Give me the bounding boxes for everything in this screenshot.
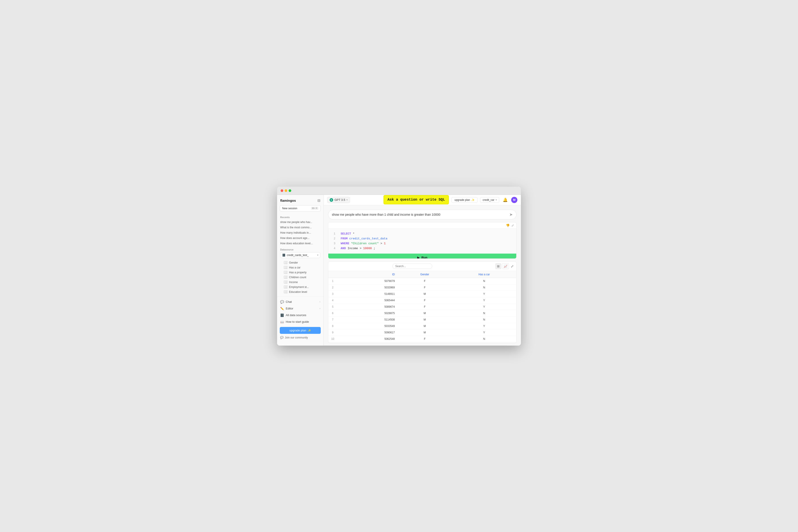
col-header-rownum[interactable]	[328, 271, 337, 278]
run-icon: ▶	[417, 256, 420, 259]
sidebar: flamingos ⊟ New session ⌘+ K Recents sho…	[277, 195, 324, 346]
col-header-has-car[interactable]: Has a car	[452, 271, 516, 278]
column-type-icon: ||	[284, 285, 288, 288]
datasource-name: credit_cards_test_	[287, 253, 308, 257]
cell-rownum: 3	[328, 291, 337, 297]
cell-gender: M	[397, 291, 452, 297]
column-type-icon: ||	[284, 281, 288, 284]
expand-sql-icon[interactable]: ⤢	[511, 224, 514, 227]
column-name: Children count	[289, 276, 306, 279]
sidebar-nav-editor[interactable]: ✏️ Editor ›	[277, 305, 323, 312]
table-row: 8 5033549 M Y	[328, 323, 516, 329]
column-item-income[interactable]: || Income	[282, 280, 323, 285]
expand-results-button[interactable]: ⤢	[511, 264, 514, 268]
cell-has-car: N	[452, 310, 516, 317]
cell-id: 5065444	[337, 297, 397, 304]
browser-window: Ask a question or write SQL flamingos ⊟ …	[277, 187, 521, 346]
col-header-id[interactable]: ID	[337, 271, 397, 278]
chart-view-btn[interactable]: 📈	[502, 263, 509, 269]
column-name: Education level	[289, 290, 307, 293]
recent-item[interactable]: How many individuals in...	[277, 230, 323, 235]
guide-icon: 📖	[280, 320, 284, 324]
callout-tooltip: Ask a question or write SQL	[383, 195, 449, 204]
column-item-education-level[interactable]: || Education level	[282, 289, 323, 294]
table-row: 7 5114508 M N	[328, 317, 516, 323]
recent-item[interactable]: How does education level...	[277, 241, 323, 246]
results-thead: ID Gender Has a car	[328, 271, 516, 278]
gpt-selector[interactable]: G GPT 3.5 ▾	[327, 197, 350, 203]
sidebar-nav-datasources[interactable]: 🗄️ All data sources	[277, 312, 323, 319]
sidebar-toggle-btn[interactable]: ⊟	[318, 198, 320, 203]
cell-gender: F	[397, 304, 452, 310]
cell-rownum: 6	[328, 310, 337, 317]
send-button[interactable]: ➤	[509, 212, 513, 217]
new-session-button[interactable]: New session ⌘+ K	[280, 205, 321, 211]
cell-has-car: Y	[452, 323, 516, 329]
recent-item[interactable]: What is the most commo...	[277, 225, 323, 230]
traffic-light-red[interactable]	[281, 189, 283, 192]
column-item-has-car[interactable]: || Has a car	[282, 265, 323, 270]
topbar-upgrade-button[interactable]: upgrade plan ✨	[452, 197, 477, 203]
cell-has-car: Y	[452, 304, 516, 310]
cell-id: 5033549	[337, 323, 397, 329]
column-type-icon: ||	[284, 271, 288, 274]
chevron-right-icon: ›	[320, 307, 320, 310]
db-selector[interactable]: credit_car ▾	[480, 197, 499, 203]
notification-button[interactable]: 🔔	[502, 197, 509, 203]
cell-gender: F	[397, 278, 452, 284]
sidebar-logo: flamingos	[280, 198, 296, 202]
results-search-input[interactable]	[392, 264, 432, 269]
table-row: 3 5148911 M Y	[328, 291, 516, 297]
table-row: 2 5033969 F N	[328, 284, 516, 291]
cell-rownum: 1	[328, 278, 337, 284]
sidebar-nav-guide[interactable]: 📖 How to start guide	[277, 319, 323, 325]
traffic-light-yellow[interactable]	[285, 189, 287, 192]
view-toggle: ⊞ 📈	[495, 263, 509, 269]
chat-icon: 💬	[280, 300, 284, 304]
recent-item[interactable]: show me people who hav...	[277, 220, 323, 225]
table-row: 6 5028875 M N	[328, 310, 516, 317]
gpt-chevron-icon: ▾	[346, 198, 347, 201]
table-view-btn[interactable]: ⊞	[495, 263, 501, 269]
query-input[interactable]	[332, 213, 507, 216]
join-community[interactable]: 💬 Join our community	[277, 335, 323, 341]
upgrade-plan-button[interactable]: upgrade plan ✨	[280, 327, 321, 334]
cell-id: 5089674	[337, 304, 397, 310]
avatar[interactable]: M	[511, 197, 517, 203]
column-item-children-count[interactable]: || Children count	[282, 275, 323, 280]
thumbs-down-icon[interactable]: 👎	[506, 224, 510, 227]
nav-left: ✏️ Editor	[280, 307, 293, 310]
db-name: credit_car	[482, 198, 494, 202]
sql-editor-header: 👎 ⤢	[328, 222, 516, 229]
nav-left: 💬 Chat	[280, 300, 292, 304]
nav-label: How to start guide	[286, 320, 309, 323]
column-item-has-property[interactable]: || Has a property	[282, 270, 323, 275]
nav-left: 🗄️ All data sources	[280, 314, 306, 317]
col-header-gender[interactable]: Gender	[397, 271, 452, 278]
cell-id: 5114508	[337, 317, 397, 323]
new-session-label: New session	[282, 207, 297, 210]
sql-code-area[interactable]: 1 SELECT * 2 FROM credit_cards_test_data…	[328, 229, 516, 253]
table-row: 4 5065444 F Y	[328, 297, 516, 304]
datasources-icon: 🗄️	[280, 314, 284, 317]
datasource-label: Datasource	[280, 248, 320, 251]
cell-rownum: 10	[328, 336, 337, 342]
run-button[interactable]: ▶ Run	[328, 253, 516, 259]
discord-icon: 💬	[280, 336, 284, 339]
cell-gender: F	[397, 284, 452, 291]
app-layout: flamingos ⊟ New session ⌘+ K Recents sho…	[277, 195, 521, 346]
traffic-light-green[interactable]	[289, 189, 291, 192]
column-name: Has a property	[289, 271, 307, 274]
sidebar-nav-chat[interactable]: 💬 Chat ›	[277, 299, 323, 305]
datasource-item[interactable]: 🗄️ credit_cards_test_ ▾	[280, 252, 320, 258]
nav-label: Chat	[286, 300, 292, 303]
datasource-chevron: ▾	[317, 254, 318, 256]
join-community-label: Join our community	[285, 336, 308, 339]
column-item-gender[interactable]: || Gender	[282, 260, 323, 265]
recent-item[interactable]: How does account age...	[277, 235, 323, 241]
sql-line-4: 4 AND Income > 10000 ;	[332, 246, 513, 251]
cell-rownum: 8	[328, 323, 337, 329]
cell-id: 5062548	[337, 336, 397, 342]
column-item-employment-status[interactable]: || Employment st...	[282, 285, 323, 289]
pointer-arrow	[324, 201, 324, 208]
